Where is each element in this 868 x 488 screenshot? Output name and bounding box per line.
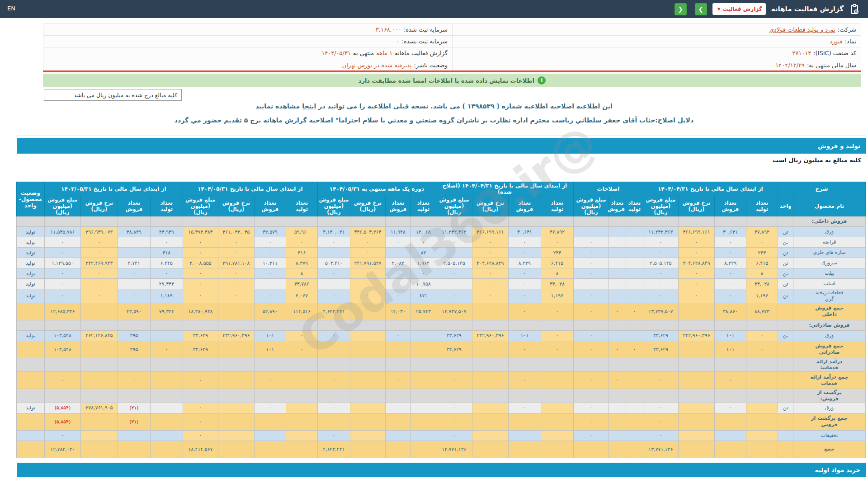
table-cell [678, 320, 714, 330]
table-cell: ۰ [643, 237, 678, 248]
red-separator [43, 70, 861, 72]
row-status [16, 430, 44, 441]
table-cell: ۰ [218, 289, 254, 303]
table-cell [350, 413, 385, 430]
table-cell [609, 216, 626, 227]
table-cell [746, 216, 778, 227]
table-cell: ۰ [714, 237, 746, 248]
table-cell: ۰ [254, 248, 286, 258]
table-cell: ۱۰,۳۱۱ [254, 258, 286, 268]
table-cell: ۰ [746, 330, 778, 341]
table-row: سازه هاي فلزيتن۲۳۴۰۰۰۰۲۳۴۰۰۰۸۲۰۰۰۳۱۶۰۰۰۴… [16, 248, 865, 258]
table-cell: ۰ [317, 279, 350, 289]
table-cell: ۱۰۱ [508, 330, 541, 341]
table-cell: ۸ [541, 268, 573, 279]
table-cell [626, 358, 643, 372]
table-cell: ۲,۰۶۷ [286, 289, 317, 303]
table-cell [436, 216, 472, 227]
header-subcol: نرخ فروش (ریال) [80, 196, 118, 216]
table-cell: ۸,۲۲۹ [508, 258, 541, 268]
info-label: شرکت: [838, 26, 856, 33]
table-cell: ۰ [436, 413, 472, 430]
table-cell: ۱۱۴,۵۱۶ [286, 303, 317, 320]
table-cell [44, 216, 80, 227]
table-cell: ۱۳,۷۷۱,۱۳۶ [436, 441, 472, 458]
table-cell [573, 358, 609, 372]
language-switch-en[interactable]: EN [7, 5, 15, 12]
info-value: ۳,۱۶۸,۰۰۰ [376, 26, 401, 33]
table-cell [183, 216, 218, 227]
row-status: تولید [16, 258, 44, 268]
info-value: ۱ ماهه [376, 50, 392, 56]
header-group: از ابتدای سال مالی تا تاریخ ۱۴۰۴/۰۴/۳۱ [643, 182, 778, 196]
previous-version-link[interactable]: اینجا [302, 103, 316, 110]
table-cell [626, 227, 643, 237]
table-cell: ۱۱,۹۴۸ [385, 227, 410, 237]
table-cell [541, 320, 573, 330]
table-cell [609, 358, 626, 372]
info-row: کد صنعت (ISIC):۲۷۱۰۱۴گزارش فعالیت ماهانه… [43, 47, 861, 59]
table-cell: ۰ [44, 237, 80, 248]
table-cell: ۰ [626, 303, 643, 320]
header-subcol: نرخ فروش (ریال) [472, 196, 508, 216]
table-cell [385, 413, 410, 430]
table-cell [643, 389, 678, 403]
table-cell: ۱۴,۰۳۰ [385, 303, 410, 320]
table-cell: ۰ [678, 289, 714, 303]
header-subcol: تعداد تولید [541, 196, 573, 216]
table-cell [746, 403, 778, 413]
table-cell: ۰ [317, 413, 350, 430]
info-label: سال مالی منتهی به: [807, 62, 856, 69]
header-status: وضعیت محصول-واحد [16, 182, 44, 216]
report-type-dropdown[interactable]: گزارش فعالیت ماهانه ▼ [712, 3, 766, 15]
table-cell [508, 358, 541, 372]
table-row: ورقتن۰۰۰۰۰۰۰۰(۲۱)۲۷۸,۷۶۱,۹۰۵(۵,۸۵۴)تولید [16, 403, 865, 413]
table-cell: ۰ [643, 248, 678, 258]
banner-text: اطلاعات نمایش داده شده با اطلاعات امضا ش… [359, 77, 535, 84]
table-cell: ۰ [609, 341, 626, 358]
table-cell [118, 389, 150, 403]
prev-report-button[interactable]: ❮ [675, 3, 687, 15]
table-cell: ۰ [254, 279, 286, 289]
table-cell [541, 372, 573, 389]
table-cell [472, 389, 508, 403]
table-cell [609, 413, 626, 430]
table-cell: ۰ [317, 372, 350, 389]
row-label: درآمد ارائه خدمات: [793, 358, 866, 372]
table-cell [678, 441, 714, 458]
company-link[interactable]: نورد و تولید قطعات فولادي [769, 26, 835, 33]
row-status: تولید [16, 330, 44, 341]
table-cell [286, 389, 317, 403]
table-cell [183, 320, 218, 330]
table-cell: ۳۳,۶۲۹ [183, 330, 218, 341]
table-cell [317, 389, 350, 403]
table-cell: ۱,۱۹۶ [541, 289, 573, 303]
info-value: ۱۴۰۴/۰۵/۳۱ [321, 50, 351, 56]
info-label: نماد: [845, 38, 856, 45]
table-cell [410, 216, 436, 227]
table-cell [80, 341, 118, 358]
header-group: از ابتدای سال مالی تا تاریخ ۱۴۰۳/۰۵/۳۱ [44, 182, 183, 196]
table-cell: ۰ [436, 237, 472, 248]
next-report-button[interactable]: ❯ [695, 3, 707, 15]
table-cell: ۲,۰۸۲ [385, 258, 410, 268]
table-cell: ۳۸,۸۶۰ [714, 303, 746, 320]
table-cell [44, 320, 80, 330]
row-status: تولید [16, 289, 44, 303]
table-cell [385, 430, 410, 441]
table-cell [150, 441, 183, 458]
chevron-right-icon: ❯ [698, 6, 703, 13]
table-cell [150, 413, 183, 430]
table-cell: ۸ [746, 268, 778, 279]
table-cell: ۳۰,۶۳۱ [508, 227, 541, 237]
table-cell: ۴,۶۴۳,۴۳۱ [317, 303, 350, 320]
header-subcol: مبلغ فروش (میلیون ریال) [643, 196, 678, 216]
row-unit: تن [778, 403, 793, 413]
table-cell: ۰ [218, 248, 254, 258]
header-subcol: تعداد تولید [746, 196, 778, 216]
table-cell: ۰ [573, 430, 609, 441]
row-status [16, 303, 44, 320]
row-unit [778, 430, 793, 441]
table-cell: ۰ [573, 248, 609, 258]
table-cell: ۰ [472, 279, 508, 289]
